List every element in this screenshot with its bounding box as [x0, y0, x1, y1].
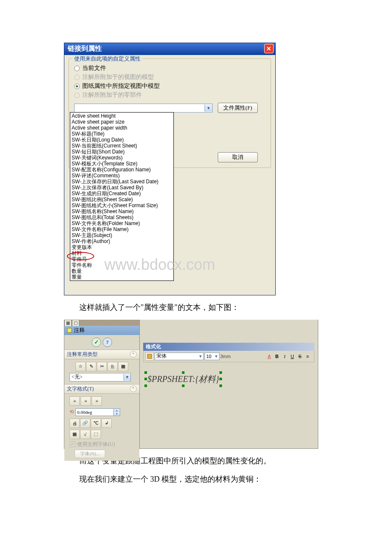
checkbox-icon: ✓: [69, 441, 75, 447]
list-item[interactable]: Active sheet paper width: [71, 125, 173, 131]
list-item[interactable]: SW-文件名称(File Name): [71, 226, 173, 232]
list-item[interactable]: SW-图纸格式大小(Sheet Format Size): [71, 202, 173, 208]
annotation-type-select[interactable]: <无> ▼: [69, 373, 131, 382]
list-item[interactable]: SW-生成的日期(Created Date): [71, 191, 173, 197]
cancel-button[interactable]: 取消: [218, 152, 258, 162]
list-item[interactable]: SW-关键词(Keywords): [71, 155, 173, 161]
radio-view-model: 注解所附加于的视图的模型: [74, 73, 265, 81]
list-item[interactable]: 重量: [71, 274, 173, 280]
list-item[interactable]: SW-图纸名称(Sheet Name): [71, 208, 173, 214]
body-paragraph: 现在我们来建立一个 3D 模型，选定他的材料为黄铜：: [64, 473, 328, 486]
font-button: 字体(N)...: [75, 450, 105, 458]
toolbar-icon[interactable]: ▦: [118, 362, 128, 371]
spinner[interactable]: ▲ ▼: [113, 409, 120, 416]
handle-icon[interactable]: [219, 371, 222, 374]
toolbar-icon[interactable]: 🔗: [80, 419, 90, 428]
angle-input[interactable]: 0.00deg ▲ ▼: [75, 408, 120, 416]
toolbar-icon[interactable]: 🖨: [69, 419, 80, 428]
font-size-select[interactable]: 10 ▼: [205, 353, 219, 360]
handle-icon[interactable]: [144, 371, 147, 374]
annotation-screenshot: ▦ ▢ 注释 ✓ ? 注释常用类型 ⌃ ☆ ✎ ✂: [64, 320, 318, 449]
file-properties-button[interactable]: 文件属性(F): [218, 103, 258, 113]
property-combobox[interactable]: ▼: [74, 104, 213, 113]
toolbar-icon[interactable]: ℃: [91, 419, 101, 428]
help-button[interactable]: ?: [103, 338, 112, 347]
list-item[interactable]: SW-主题(Subject): [71, 232, 173, 238]
list-item[interactable]: 材料: [71, 250, 173, 256]
toolbar-icon[interactable]: ☆: [75, 362, 86, 371]
toolbar-icon[interactable]: ⎘: [107, 362, 118, 371]
list-item[interactable]: SW-作者(Author): [71, 238, 173, 244]
list-item[interactable]: SW-长日期(Long Date): [71, 137, 173, 143]
list-item[interactable]: SW-上次保存的日期(Last Saved Date): [71, 179, 173, 185]
radio-icon: [74, 75, 80, 80]
note-icon: [67, 328, 72, 333]
list-item[interactable]: SW-评述(Comments): [71, 173, 173, 179]
list-item[interactable]: Active sheet paper size: [71, 119, 173, 125]
radio-component: 注解所附加于的零部件: [74, 91, 265, 99]
radio-icon: [74, 92, 80, 98]
list-item[interactable]: SW-上次保存者(Last Saved By): [71, 185, 173, 191]
handle-icon[interactable]: [219, 384, 222, 387]
chevron-down-icon[interactable]: ▼: [205, 104, 212, 112]
list-item[interactable]: 零件号: [71, 256, 173, 262]
toolbar-icon[interactable]: ✂: [97, 362, 107, 371]
list-item[interactable]: SW-图纸总和(Total Sheets): [71, 214, 173, 220]
handle-icon[interactable]: [182, 384, 184, 387]
handle-icon[interactable]: [144, 384, 147, 387]
close-icon[interactable]: ✕: [264, 44, 274, 53]
chevron-down-icon[interactable]: ▼: [214, 354, 219, 358]
align-left-icon[interactable]: ≡: [69, 396, 80, 406]
chevron-down-icon[interactable]: ▼: [199, 354, 203, 358]
dialog-title: 链接到属性: [68, 44, 102, 53]
underline-icon[interactable]: U: [289, 353, 295, 359]
list-item[interactable]: SW-当前图纸(Current Sheet): [71, 143, 173, 149]
toolbar-icon[interactable]: ✎: [86, 362, 96, 371]
list-item[interactable]: 零件名称: [71, 262, 173, 268]
property-manager-panel: 注释 ✓ ? 注释常用类型 ⌃ ☆ ✎ ✂ ⎘ ▦ <无>: [64, 320, 140, 448]
text-color-icon[interactable]: A: [266, 353, 272, 359]
radio-sheet-model[interactable]: 图纸属性中所指定视图中模型: [74, 82, 265, 90]
section-text-format[interactable]: 文字格式(T) ⌃: [64, 384, 139, 394]
dialog-titlebar: 链接到属性 ✕: [64, 43, 275, 55]
link-to-property-dialog: 链接到属性 ✕ 使用来自此项的自定义属性 当前文件 注解所附加于的视图的模型: [64, 43, 276, 295]
list-item[interactable]: SW-文件夹名称(Folder Name): [71, 220, 173, 226]
list-item[interactable]: SW-模板大小(Template Size): [71, 161, 173, 167]
list-item[interactable]: SW-标题(Title): [71, 131, 173, 137]
handle-icon[interactable]: [182, 371, 184, 374]
list-item[interactable]: 变更版本: [71, 244, 173, 250]
property-dropdown-list[interactable]: Active sheet Height Active sheet paper s…: [70, 112, 174, 281]
font-select[interactable]: 宋体 ▼: [155, 353, 204, 360]
ok-button[interactable]: ✓: [92, 338, 101, 347]
list-item[interactable]: SW-配置名称(Configuration Name): [71, 167, 173, 173]
strikethrough-icon[interactable]: S: [297, 353, 303, 359]
chevron-down-icon[interactable]: ▼: [124, 374, 130, 381]
chevron-up-icon[interactable]: ⌃: [130, 385, 137, 392]
unit-label: 3mm: [220, 354, 231, 359]
annotation-text-selection[interactable]: $PRPSHEET:{材料}: [146, 373, 221, 386]
tab-icon[interactable]: ▢: [72, 320, 79, 326]
color-icon[interactable]: [145, 352, 154, 361]
toolbar-icon[interactable]: ⬚: [91, 430, 101, 439]
toolbar-icon[interactable]: ↲: [101, 419, 112, 428]
section-annotation-type[interactable]: 注释常用类型 ⌃: [64, 350, 139, 359]
handle-icon[interactable]: [219, 378, 222, 380]
toolbar-icon[interactable]: ▦: [69, 430, 80, 439]
toolbar-icon[interactable]: √: [80, 430, 90, 439]
tab-icon[interactable]: ▦: [64, 320, 72, 326]
handle-icon[interactable]: [144, 378, 147, 380]
spinner-up-icon[interactable]: ▲: [114, 409, 120, 412]
align-center-icon[interactable]: ≡: [81, 396, 91, 406]
bold-icon[interactable]: B: [274, 353, 280, 359]
chevron-up-icon[interactable]: ⌃: [130, 351, 137, 358]
list-item[interactable]: Active sheet Height: [71, 113, 173, 119]
radio-current-file[interactable]: 当前文件: [74, 64, 265, 72]
justify-icon[interactable]: ≡: [305, 353, 311, 359]
spinner-down-icon[interactable]: ▼: [114, 412, 120, 416]
list-item[interactable]: SW-短日期(Short Date): [71, 149, 173, 155]
list-item[interactable]: 数量: [71, 268, 173, 274]
list-item[interactable]: SW-图纸比例(Sheet Scale): [71, 197, 173, 202]
use-doc-font-checkbox: ✓ 使用文档字体(U): [69, 441, 137, 448]
italic-icon[interactable]: I: [282, 353, 288, 359]
align-right-icon[interactable]: ≡: [92, 396, 102, 406]
